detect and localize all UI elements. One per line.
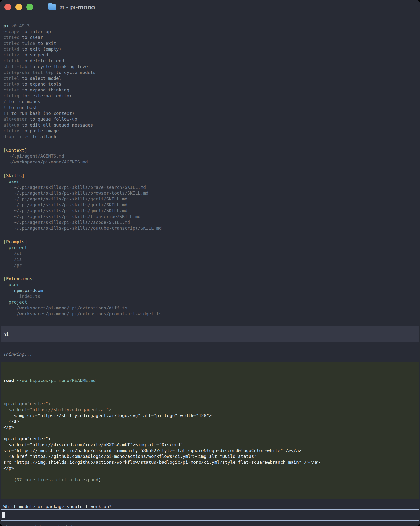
section-row: ~/workspaces/pi-mono/.pi/extensions/prom… bbox=[3, 311, 417, 317]
help-line: ctrl+c to clear bbox=[3, 35, 417, 40]
code-line bbox=[3, 471, 417, 477]
help-line: ctrl+k to delete to end bbox=[3, 58, 417, 64]
code-line: <p align="center"> bbox=[3, 401, 417, 407]
section-context: [Context] ~/.pi/agent/AGENTS.md ~/worksp… bbox=[3, 147, 417, 165]
maximize-button[interactable] bbox=[26, 4, 33, 10]
section-header: [Skills] bbox=[3, 173, 417, 179]
sections: [Context] ~/.pi/agent/AGENTS.md ~/worksp… bbox=[3, 147, 417, 317]
section-row: ~/.pi/agent/AGENTS.md bbox=[3, 153, 417, 159]
section-row: user bbox=[3, 179, 417, 184]
section-row: ~/workspaces/pi-mono/AGENTS.md bbox=[3, 159, 417, 165]
code-line: </p> bbox=[3, 424, 417, 430]
section-header: [Context] bbox=[3, 147, 417, 153]
code-line: <a href="https://github.com/badlogic/pi-… bbox=[3, 454, 417, 459]
section-header: [Prompts] bbox=[3, 239, 417, 245]
help-line: ctrl+l to select model bbox=[3, 75, 417, 81]
code-line bbox=[3, 395, 417, 401]
user-message-text: hi bbox=[3, 332, 9, 337]
section-prompts: [Prompts] project /cl /is /pr bbox=[3, 239, 417, 268]
code-line: <a href="https://discord.com/invite/nKXT… bbox=[3, 442, 417, 448]
section-row: ~/.pi/agent/skills/pi-skills/transcribe/… bbox=[3, 214, 417, 219]
section-row: project bbox=[3, 245, 417, 251]
app-name: pi bbox=[3, 23, 9, 28]
prompt-input[interactable] bbox=[1, 509, 419, 521]
section-row: ~/.pi/agent/skills/pi-skills/gmcli/SKILL… bbox=[3, 208, 417, 214]
minimize-button[interactable] bbox=[15, 4, 22, 10]
close-button[interactable] bbox=[4, 4, 11, 10]
section-header: [Extensions] bbox=[3, 276, 417, 282]
section-row: user bbox=[3, 282, 417, 288]
help-line: ctrl+o to expand tools bbox=[3, 81, 417, 87]
status-bar: ~/workspaces/pi-mono (main) ↑4.7k ↓44 R3… bbox=[2, 524, 418, 526]
code-line: src="https://img.shields.io/github/actio… bbox=[3, 459, 417, 465]
code-line: src="https://img.shields.io/badge/discor… bbox=[3, 448, 417, 454]
code-line: <img src="https://shittycodingagent.ai/l… bbox=[3, 413, 417, 418]
help-line: escape to interrupt bbox=[3, 29, 417, 35]
section-row: project bbox=[3, 299, 417, 305]
section-skills: [Skills] user ~/.pi/agent/skills/pi-skil… bbox=[3, 173, 417, 231]
tool-result-code: <p align="center"> <a href="https://shit… bbox=[3, 395, 417, 483]
app-version-line: pi v0.49.3 bbox=[3, 23, 417, 29]
assistant-message: Which module or package should I work on… bbox=[3, 504, 420, 509]
version-label: v0.49.3 bbox=[11, 23, 30, 28]
tool-name: read bbox=[3, 378, 14, 383]
section-row: ~/workspaces/pi-mono/.pi/extensions/diff… bbox=[3, 305, 417, 311]
section-row: ~/.pi/agent/skills/pi-skills/vscode/SKIL… bbox=[3, 219, 417, 225]
help-line: ctrl+z to suspend bbox=[3, 52, 417, 58]
folder-icon bbox=[48, 4, 56, 10]
help-line: ctrl+v to paste image bbox=[3, 128, 417, 134]
section-row: /pr bbox=[3, 262, 417, 268]
code-line: <a href="https://shittycodingagent.ai"> bbox=[3, 407, 417, 413]
terminal-window: π - pi-mono pi v0.49.3 escape to interru… bbox=[0, 0, 420, 526]
section-row: /cl bbox=[3, 251, 417, 256]
section-row: ~/.pi/agent/skills/pi-skills/browser-too… bbox=[3, 190, 417, 196]
app-version bbox=[9, 23, 11, 28]
text-cursor bbox=[2, 512, 5, 518]
window-title: π - pi-mono bbox=[60, 4, 95, 10]
section-extensions: [Extensions] user npm:pi-doom index.ts p… bbox=[3, 276, 417, 317]
section-row: ~/.pi/agent/skills/pi-skills/gccli/SKILL… bbox=[3, 196, 417, 202]
titlebar: π - pi-mono bbox=[0, 0, 420, 14]
code-line: </a> bbox=[3, 418, 417, 424]
user-message: hi bbox=[1, 326, 419, 342]
help-line: ctrl+t to expand thinking bbox=[3, 87, 417, 93]
section-row: ~/.pi/agent/skills/pi-skills/youtube-tra… bbox=[3, 225, 417, 231]
help-line: / for commands bbox=[3, 99, 417, 105]
help-line: alt+enter to queue follow-up bbox=[3, 116, 417, 122]
tool-call-line: read ~/workspaces/pi-mono/README.md bbox=[3, 378, 417, 384]
help-line: ctrl+p/shift+ctrl+p to cycle models bbox=[3, 70, 417, 75]
help-line: !! to run bash (no context) bbox=[3, 111, 417, 116]
help-line: alt+up to edit all queued messages bbox=[3, 122, 417, 128]
section-row: index.ts bbox=[3, 293, 417, 299]
cwd-branch: ~/workspaces/pi-mono (main) bbox=[2, 524, 418, 526]
thinking-indicator: Thinking... bbox=[3, 351, 420, 357]
section-row: ~/.pi/agent/skills/pi-skills/brave-searc… bbox=[3, 184, 417, 190]
tool-output-block: read ~/workspaces/pi-mono/README.md <p a… bbox=[1, 362, 419, 499]
help-line: shift+tab to cycle thinking level bbox=[3, 64, 417, 70]
scrollback: pi v0.49.3 escape to interruptctrl+c to … bbox=[0, 14, 420, 317]
help-line: ctrl+g for external editor bbox=[3, 93, 417, 99]
section-row: npm:pi-doom bbox=[3, 288, 417, 293]
help-line: ctrl+c twice to exit bbox=[3, 40, 417, 46]
help-line: drop files to attach bbox=[3, 134, 417, 140]
code-line: <p align="center"> bbox=[3, 436, 417, 442]
section-row: ~/.pi/agent/skills/pi-skills/gdcli/SKILL… bbox=[3, 202, 417, 208]
code-line bbox=[3, 430, 417, 436]
code-line: ... (37 more lines, ctrl+o to expand) bbox=[3, 477, 417, 483]
code-line: </p> bbox=[3, 465, 417, 471]
help-line: ! to run bash bbox=[3, 105, 417, 111]
section-row: /is bbox=[3, 256, 417, 262]
help-list: escape to interruptctrl+c to clearctrl+c… bbox=[3, 29, 417, 140]
tool-arg: ~/workspaces/pi-mono/README.md bbox=[17, 378, 96, 383]
help-line: ctrl+d to exit (empty) bbox=[3, 46, 417, 52]
